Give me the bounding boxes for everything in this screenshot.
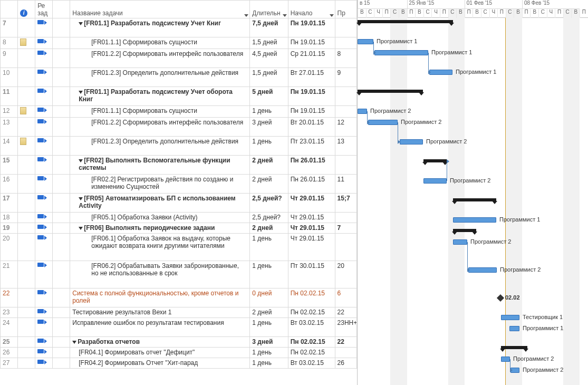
duration-cell[interactable]: 1,5 дней [250, 37, 288, 49]
pred-cell[interactable]: 22 [335, 337, 356, 348]
col-header-start[interactable]: Начало [288, 1, 335, 18]
pred-cell[interactable] [335, 87, 356, 106]
gantt-summary-bar[interactable] [423, 159, 447, 162]
table-row[interactable]: 27[FR04.2] Формировать Отчет "Хит-парад1… [1, 358, 357, 369]
start-cell[interactable]: Ср 21.01.15 [288, 49, 335, 68]
task-name-cell[interactable]: [FR02] Выполнять Вспомогательные функции… [70, 156, 250, 175]
gantt-bar[interactable] [423, 178, 447, 184]
task-name-cell[interactable]: Исправление ошибок по результатам тестир… [70, 318, 250, 337]
duration-cell[interactable]: 1 день [250, 348, 288, 358]
duration-cell[interactable]: 2,5 дней? [250, 213, 288, 223]
duration-cell[interactable]: 2,5 дней? [250, 194, 288, 213]
col-header-info[interactable]: i [18, 1, 35, 18]
pred-cell[interactable] [335, 37, 356, 49]
col-header-taskicon[interactable] [53, 1, 70, 18]
table-row[interactable]: 23Тестирование результатов Вехи 12 днейП… [1, 307, 357, 318]
pred-cell[interactable] [335, 156, 356, 175]
expander-icon[interactable] [79, 159, 83, 162]
gantt-bar[interactable] [429, 70, 452, 75]
task-name-cell[interactable]: [FR05.1] Обработка Заявки (Activity) [70, 213, 250, 223]
start-cell[interactable]: Пн 02.02.15 [288, 337, 335, 348]
pred-cell[interactable] [335, 106, 356, 118]
pred-cell[interactable]: 9 [335, 68, 356, 87]
start-cell[interactable]: Чт 29.01.15 [288, 234, 335, 261]
gantt-body[interactable]: Программист 1Программист 1Программист 1П… [358, 18, 588, 385]
table-row[interactable]: 22Система с полной функциональностью, кр… [1, 288, 357, 307]
start-cell[interactable]: Пн 02.02.15 [288, 348, 335, 358]
gantt-bar[interactable] [468, 267, 497, 273]
table-row[interactable]: 19[FR06] Выполнять периодические задани2… [1, 223, 357, 234]
start-cell[interactable]: Пт 30.01.15 [288, 261, 335, 288]
task-name-cell[interactable]: [FR01.1.1] Сформировать сущности [70, 37, 250, 49]
gantt-bar[interactable] [400, 139, 423, 145]
table-row[interactable]: 8[FR01.1.1] Сформировать сущности1,5 дне… [1, 37, 357, 49]
duration-cell[interactable]: 2 дней [250, 175, 288, 194]
task-name-cell[interactable]: Разработка отчетов [70, 337, 250, 348]
gantt-bar[interactable] [358, 109, 367, 114]
start-cell[interactable]: Вт 20.01.15 [288, 118, 335, 137]
start-cell[interactable]: Пт 23.01.15 [288, 137, 335, 156]
task-name-cell[interactable]: [FR01.1] Разработать подсистему Учет Кни… [70, 18, 250, 37]
duration-cell[interactable]: 2 дней [250, 307, 288, 318]
col-header-duration[interactable]: Длительн [250, 1, 288, 18]
table-row[interactable]: 17[FR05] Автоматизировать БП с использов… [1, 194, 357, 213]
duration-cell[interactable]: 1,5 дней [250, 68, 288, 87]
task-name-cell[interactable]: [FR01.2.3] Определить дополнительные дей… [70, 68, 250, 87]
duration-cell[interactable]: 5 дней [250, 87, 288, 106]
expander-icon[interactable] [79, 91, 83, 94]
task-name-cell[interactable]: Тестирование результатов Вехи 1 [70, 307, 250, 318]
table-row[interactable]: 10[FR01.2.3] Определить дополнительные д… [1, 68, 357, 87]
col-header-pred[interactable]: Пр [335, 1, 356, 18]
duration-cell[interactable]: 1 день [250, 234, 288, 261]
start-cell[interactable]: Пн 26.01.15 [288, 175, 335, 194]
start-cell[interactable]: Вт 27.01.15 [288, 68, 335, 87]
gantt-summary-bar[interactable] [501, 346, 527, 349]
duration-cell[interactable]: 1 день [250, 318, 288, 337]
gantt-bar[interactable] [368, 120, 398, 125]
table-row[interactable]: 15[FR02] Выполнять Вспомогательные функц… [1, 156, 357, 175]
start-cell[interactable]: Пн 19.01.15 [288, 18, 335, 37]
pred-cell[interactable]: 20 [335, 261, 356, 288]
gantt-summary-bar[interactable] [358, 20, 453, 23]
table-row[interactable]: 14[FR01.2.3] Определить дополнительные д… [1, 137, 357, 156]
pred-cell[interactable]: 6 [335, 288, 356, 307]
table-row[interactable]: 25Разработка отчетов3 днейПн 02.02.1522 [1, 337, 357, 348]
gantt-milestone[interactable] [497, 294, 504, 302]
task-name-cell[interactable]: [FR01.2.2] Сформировать интерфейс пользо… [70, 49, 250, 68]
table-row[interactable]: 18[FR05.1] Обработка Заявки (Activity)2,… [1, 213, 357, 223]
pred-cell[interactable] [335, 213, 356, 223]
pred-cell[interactable]: 22 [335, 307, 356, 318]
task-name-cell[interactable]: [FR02.2] Регистрировать действия по созд… [70, 175, 250, 194]
start-cell[interactable]: Вт 03.02.15 [288, 318, 335, 337]
table-row[interactable]: 13[FR01.2.2] Сформировать интерфейс поль… [1, 118, 357, 137]
task-name-cell[interactable]: [FR01.2.2] Сформировать интерфейс пользо… [70, 118, 250, 137]
pred-cell[interactable]: 8 [335, 49, 356, 68]
duration-cell[interactable]: 2 дней [250, 223, 288, 234]
pred-cell[interactable]: 23НН+1 день [335, 318, 356, 337]
duration-cell[interactable]: 1 день [250, 106, 288, 118]
expander-icon[interactable] [79, 22, 83, 25]
table-row[interactable]: 9[FR01.2.2] Сформировать интерфейс польз… [1, 49, 357, 68]
start-cell[interactable]: Пн 02.02.15 [288, 307, 335, 318]
gantt-bar[interactable] [509, 326, 519, 331]
start-cell[interactable]: Вт 03.02.15 [288, 358, 335, 369]
task-name-cell[interactable]: [FR01.2.3] Определить дополнительные дей… [70, 137, 250, 156]
col-header-rownum[interactable] [1, 1, 18, 18]
gantt-bar[interactable] [501, 315, 519, 320]
duration-cell[interactable]: 3 дней [250, 118, 288, 137]
expander-icon[interactable] [72, 341, 76, 344]
duration-cell[interactable]: 1 день [250, 261, 288, 288]
col-header-name[interactable]: Название задачи [70, 1, 250, 18]
duration-cell[interactable]: 3 дней [250, 337, 288, 348]
task-name-cell[interactable]: [FR01.1.1] Сформировать сущности [70, 106, 250, 118]
start-cell[interactable]: Чт 29.01.15 [288, 223, 335, 234]
gantt-summary-bar[interactable] [358, 90, 423, 93]
pred-cell[interactable]: 13 [335, 137, 356, 156]
duration-cell[interactable]: 2 дней [250, 156, 288, 175]
pred-cell[interactable]: 15;7 [335, 194, 356, 213]
start-cell[interactable]: Чт 29.01.15 [288, 213, 335, 223]
pred-cell[interactable] [335, 234, 356, 261]
start-cell[interactable]: Пн 19.01.15 [288, 106, 335, 118]
pred-cell[interactable] [335, 348, 356, 358]
start-cell[interactable]: Пн 02.02.15 [288, 288, 335, 307]
